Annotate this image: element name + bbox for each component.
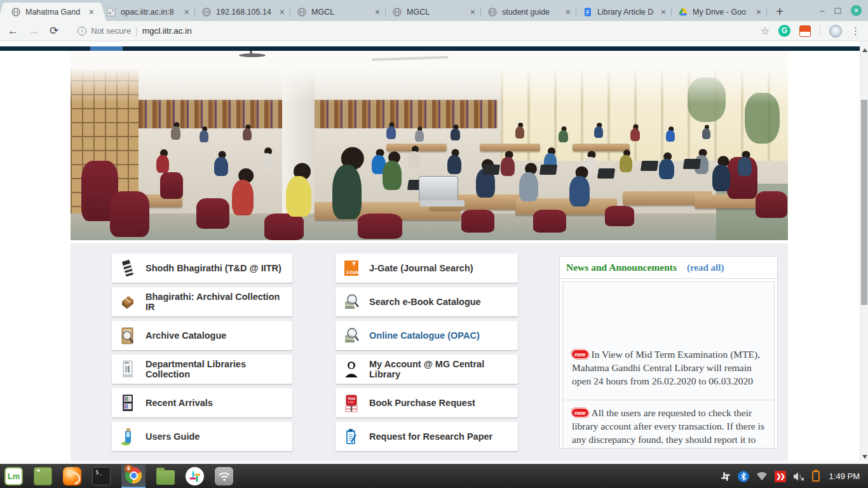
link-opac[interactable]: Online Catalogue (OPAC) [336,321,518,350]
tab-mgcl-2[interactable]: MGCL × [386,3,481,21]
link-label: J-Gate (Journal Search) [369,263,473,273]
tab-title: My Drive - Goo [693,8,750,17]
wifi-tray-icon[interactable] [756,472,768,481]
tab-library-article[interactable]: Library Article D × [576,3,672,21]
link-bhagirathi-archival[interactable]: Bhagirathi: Archival Collection IR [112,287,292,316]
globe-icon [201,7,212,17]
link-label: Shodh Bhagirathi (T&D @ IITR) [146,263,281,273]
page-scrollbar[interactable] [860,42,868,464]
close-button[interactable]: × [851,5,862,16]
link-research-paper[interactable]: Request for Research Paper [336,422,518,451]
security-chip[interactable]: i Not secure | mgcl.iitr.ac.in [78,26,192,36]
link-label: Bhagirathi: Archival Collection IR [146,292,287,312]
scrollbar-down-arrow[interactable] [860,452,868,461]
link-label: My Account @ MG Central Library [369,359,513,379]
link-book-purchase[interactable]: Reada bk Book Purchase Request [336,388,518,417]
new-badge-icon: new [572,350,588,358]
site-nav-active-item[interactable] [90,46,123,51]
globe-icon [392,7,402,17]
toolbar-right-icons: ☆ G ⋮ [761,25,860,37]
globe-icon [487,7,498,17]
tab-ip-address[interactable]: 192.168.105.14 × [195,3,290,21]
slack-tray-icon[interactable] [721,471,731,482]
google-docs-icon [583,7,593,17]
link-archive-catalogue[interactable]: Archive Catalogue [112,321,292,350]
grammarly-icon[interactable]: G [778,25,790,37]
link-my-account[interactable]: My Account @ MG Central Library [336,355,518,384]
bluetooth-icon[interactable] [738,471,749,482]
menu-dots-icon[interactable]: ⋮ [851,25,860,37]
tab-close-icon[interactable]: × [88,8,95,17]
tab-title: student guide [502,8,560,17]
link-shodh-bhagirathi[interactable]: Shodh Bhagirathi (T&D @ IITR) [112,254,292,283]
link-recent-arrivals[interactable]: Recent Arrivals [112,388,292,417]
news-header: News and Announcements (read all) [560,257,777,279]
system-tray: ❯❯ 1:49 PM [721,471,864,482]
quick-links-middle-column: J-Gate J-Gate (Journal Search) Search e-… [336,254,518,456]
tab-close-icon[interactable]: × [278,8,286,17]
tab-title: 192.168.105.14 [216,8,274,17]
link-users-guide[interactable]: Users Guide [112,422,292,451]
link-search-ebook[interactable]: Search e-Book Catalogue [336,287,518,316]
opac-search-icon [343,326,360,345]
tab-student-guide[interactable]: student guide × [481,3,576,21]
news-read-all-link[interactable]: (read all) [687,262,724,273]
reload-icon[interactable]: ⟳ [50,24,58,37]
tab-mgcl-1[interactable]: MGCL × [290,3,386,21]
recent-arrivals-shelf-icon [119,393,136,412]
link-label: Departmental Libraries Collection [146,359,287,379]
tab-close-icon[interactable]: × [564,8,572,17]
file-manager-icon[interactable] [156,470,175,485]
tab-close-icon[interactable]: × [469,8,477,17]
extension-icon[interactable] [799,25,811,37]
wifi-app-icon[interactable] [215,467,233,485]
battery-icon[interactable] [812,471,820,482]
firefox-icon[interactable] [63,467,81,485]
link-jgate[interactable]: J-Gate J-Gate (Journal Search) [336,254,518,283]
ebook-search-icon [343,292,360,311]
tab-close-icon[interactable]: × [374,8,381,17]
users-guide-kiosk-icon [119,427,136,446]
forward-icon[interactable]: → [29,25,39,37]
back-icon[interactable]: ← [8,25,18,37]
svg-text:J-Gate: J-Gate [346,270,360,274]
scrollbar-up-arrow[interactable] [860,46,868,55]
tab-opac[interactable]: opac.iitr.ac.in:8 × [100,3,195,21]
tab-mahatma-gandhi[interactable]: Mahatma Gand × [4,3,100,21]
anydesk-icon[interactable]: ❯❯ [775,471,786,482]
tab-close-icon[interactable]: × [755,8,763,17]
volume-muted-icon[interactable] [793,471,805,482]
chip-separator: | [135,26,138,36]
chrome-notification-badge: 6 [125,464,133,473]
toolbar-divider [820,25,820,37]
news-item-text: All the users are requested to check the… [572,407,764,449]
tab-close-icon[interactable]: × [183,8,191,17]
book-purchase-icon: Reada bk [343,393,360,412]
scrollbar-thumb[interactable] [861,100,867,305]
info-icon: i [78,27,86,36]
broken-image-icon [106,7,116,17]
mint-menu-icon[interactable]: Lm [4,467,23,485]
library-banner-photo [71,51,788,240]
new-tab-button[interactable]: + [776,5,783,18]
chrome-taskbar-button[interactable]: 6 [121,464,146,488]
restore-button[interactable] [834,8,841,14]
link-label: Book Purchase Request [369,398,475,408]
bookmark-star-icon[interactable]: ☆ [761,25,770,37]
link-label: Online Catalogue (OPAC) [369,330,480,341]
tab-my-drive[interactable]: My Drive - Goo × [672,3,767,21]
quick-links-left-column: Shodh Bhagirathi (T&D @ IITR) Bhagirathi… [112,254,292,456]
departmental-collection-icon [119,360,136,379]
account-person-icon [343,360,360,379]
show-desktop-icon[interactable] [34,467,52,485]
link-departmental-libraries[interactable]: Departmental Libraries Collection [112,355,292,384]
tab-close-icon[interactable]: × [660,8,667,17]
taskbar-clock[interactable]: 1:49 PM [829,471,860,481]
terminal-icon[interactable]: $_ [92,467,111,485]
slack-icon[interactable] [186,467,204,485]
minimize-button[interactable]: – [820,5,825,16]
profile-avatar[interactable] [829,25,842,37]
address-url[interactable]: mgcl.iitr.ac.in [142,26,192,36]
tab-title: Mahatma Gand [25,8,83,17]
research-paper-icon [343,427,360,446]
